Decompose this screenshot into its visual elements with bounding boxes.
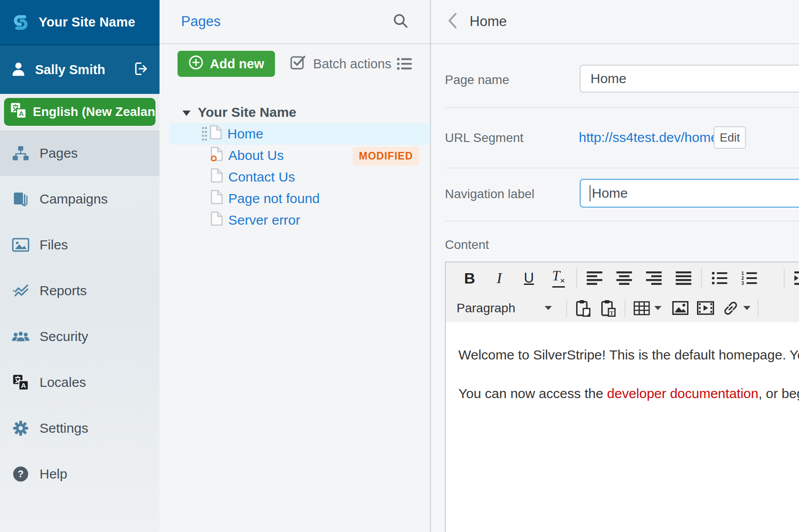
rich-text-editor: B I U T× [445,262,799,532]
page-icon [209,125,222,143]
toolbar-separator [625,299,626,317]
silverstripe-logo-icon [11,13,31,32]
sidebar-item-label: Reports [40,283,87,298]
tree-root-node[interactable]: Your Site Name [160,102,430,123]
site-header[interactable]: Your Site Name [0,0,160,44]
search-icon[interactable] [392,13,408,31]
align-right-icon[interactable] [639,266,669,290]
sidebar-item-reports[interactable]: Reports [0,268,160,314]
plus-circle-icon [188,55,204,73]
url-segment-label: URL Segment [445,131,524,145]
sidebar-item-settings[interactable]: Settings [0,405,160,451]
tree-item-about-us[interactable]: About Us MODIFIED [160,145,430,166]
content-paragraph: Welcome to SilverStripe! This is the def… [458,347,799,363]
users-icon [11,329,31,344]
insert-link-icon[interactable] [718,296,743,320]
developer-documentation-link[interactable]: developer documentation [607,386,759,401]
chevron-down-icon[interactable] [743,306,750,314]
tree-item-label: Home [227,126,263,142]
page-tree: Your Site Name Home About Us MODIFIED [160,84,430,231]
page-icon [210,211,223,229]
add-new-label: Add new [210,57,264,71]
tree-item-label: About Us [228,148,284,163]
user-icon [12,61,25,78]
align-justify-icon[interactable] [669,266,698,290]
svg-text:T: T [610,309,614,316]
toolbar-separator [576,268,577,288]
align-center-icon[interactable] [609,266,639,290]
paste-icon[interactable] [571,296,596,320]
pages-panel: Pages Add new Batch actions [160,0,431,532]
url-edit-button[interactable]: Edit [714,126,746,149]
editor-toolbar-row2: Paragraph T [446,294,799,322]
user-row[interactable]: Sally Smith [0,44,160,94]
sidebar-item-label: Settings [40,421,88,436]
toolbar-separator [701,268,702,288]
sidebar-item-help[interactable]: ? Help [0,451,160,497]
page-name-input[interactable] [580,65,799,93]
sidebar-item-campaigns[interactable]: Campaigns [0,176,160,222]
checkbox-check-icon [290,55,306,73]
pages-toolbar: Add new Batch actions [160,44,430,84]
bullet-list-icon[interactable] [705,266,734,290]
svg-text:3: 3 [741,281,744,285]
toolbar-separator [784,268,785,288]
italic-icon[interactable]: I [484,266,514,290]
align-left-icon[interactable] [580,266,609,290]
edit-panel-header: Home [431,0,799,44]
sidebar-item-locales[interactable]: A Locales [0,359,160,405]
text-cursor [590,185,590,201]
sidebar-item-files[interactable]: Files [0,222,160,268]
navigation-label-input[interactable]: Home [580,179,799,208]
locale-selector-button[interactable]: A English (New Zealand [4,98,155,126]
tree-item-server-error[interactable]: Server error [160,209,430,231]
underline-icon[interactable]: U [514,266,544,290]
content-label: Content [445,238,489,252]
paragraph-format-select[interactable]: Paragraph [457,301,528,315]
sidebar-item-label: Pages [40,146,78,161]
drag-handle-icon[interactable] [201,126,208,142]
outdent-icon[interactable] [787,266,799,290]
chevron-expanded-icon[interactable] [182,105,191,120]
sidebar-nav: Pages Campaigns Files Reports [0,130,160,497]
numbered-list-icon[interactable]: 123 [734,266,764,290]
site-title: Your Site Name [39,15,135,30]
table-icon[interactable] [629,296,654,320]
batch-actions-button[interactable]: Batch actions [290,55,391,73]
editor-toolbar-row1: B I U T× [446,262,799,294]
logout-icon[interactable] [133,61,148,79]
tree-item-page-not-found[interactable]: Page not found [160,188,430,209]
chevron-left-icon[interactable] [447,13,458,31]
content-text: , or begin the [759,386,799,401]
batch-actions-label: Batch actions [313,57,391,71]
sidebar-item-label: Help [40,466,67,482]
page-name-label: Page name [445,73,509,87]
breadcrumb-title: Home [470,13,507,30]
modified-badge: MODIFIED [353,147,419,165]
add-new-button[interactable]: Add new [178,51,275,77]
tree-item-home[interactable]: Home [170,123,430,145]
url-segment-link[interactable]: http://ss4test.dev/home [579,130,718,145]
insert-media-icon[interactable] [693,296,718,320]
form-divider [445,168,799,168]
chevron-down-icon[interactable] [654,306,661,314]
clear-formatting-icon[interactable]: T× [544,266,573,290]
svg-text:A: A [21,381,26,389]
chevron-down-icon[interactable] [545,306,552,314]
sidebar-item-label: Files [40,237,68,253]
svg-text:?: ? [18,468,23,479]
tree-item-label: Page not found [228,191,320,206]
list-view-icon[interactable] [397,57,412,71]
navigation-label-value: Home [592,186,628,201]
editor-content[interactable]: Welcome to SilverStripe! This is the def… [446,322,799,401]
sidebar-item-security[interactable]: Security [0,314,160,359]
edit-panel: Home Page name URL Segment http://ss4tes… [431,0,799,532]
tree-item-label: Server error [228,213,300,228]
paste-as-text-icon[interactable]: T [596,296,621,320]
bold-icon[interactable]: B [455,266,484,290]
insert-image-icon[interactable] [668,296,693,320]
sidebar-item-pages[interactable]: Pages [0,130,160,176]
pages-panel-header: Pages [160,0,430,44]
page-icon [210,190,223,208]
tree-item-contact-us[interactable]: Contact Us [160,166,430,188]
